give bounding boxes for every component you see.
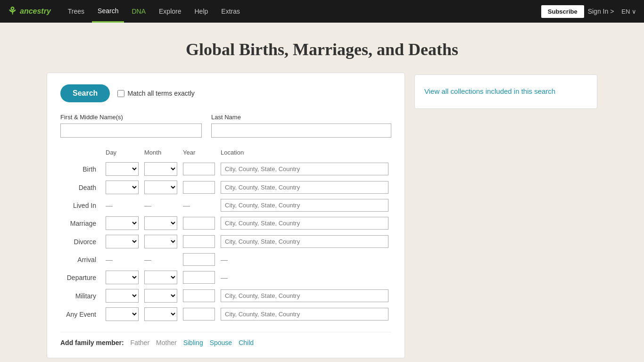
event-location-1[interactable]	[218, 178, 391, 197]
year-input-5[interactable]	[183, 253, 215, 266]
name-row: First & Middle Name(s) Last Name	[60, 114, 391, 138]
month-select-1[interactable]: JanFebMarAprMayJunJulAugSepOctNovDec	[144, 181, 177, 194]
event-year-0[interactable]	[180, 160, 218, 178]
month-select-0[interactable]: JanFebMarAprMayJunJulAugSepOctNovDec	[144, 162, 177, 176]
event-year-4[interactable]	[180, 232, 218, 251]
last-name-input[interactable]	[211, 123, 391, 138]
month-select-6[interactable]: JanFebMarAprMayJunJulAugSepOctNovDec	[144, 271, 177, 284]
search-button[interactable]: Search	[60, 84, 110, 102]
event-month-1[interactable]: JanFebMarAprMayJunJulAugSepOctNovDec	[141, 178, 180, 197]
event-label-4: Divorce	[60, 232, 103, 251]
event-month-3[interactable]: JanFebMarAprMayJunJulAugSepOctNovDec	[141, 214, 180, 232]
event-location-0[interactable]	[218, 160, 391, 178]
subscribe-button[interactable]: Subscribe	[541, 5, 584, 18]
logo[interactable]: ⚘ ancestry	[8, 5, 51, 17]
event-month-5: —	[141, 251, 180, 268]
nav-trees[interactable]: Trees	[62, 0, 90, 23]
event-day-4[interactable]: 1234567891011121314151617181920212223242…	[103, 232, 141, 251]
location-input-8[interactable]	[221, 308, 388, 321]
event-day-7[interactable]: 1234567891011121314151617181920212223242…	[103, 287, 141, 305]
month-select-7[interactable]: JanFebMarAprMayJunJulAugSepOctNovDec	[144, 289, 177, 303]
nav-dna[interactable]: DNA	[126, 0, 151, 23]
year-input-1[interactable]	[183, 181, 215, 194]
day-select-8[interactable]: 1234567891011121314151617181920212223242…	[106, 307, 139, 321]
day-select-6[interactable]: 1234567891011121314151617181920212223242…	[106, 271, 139, 284]
match-exact-label[interactable]: Match all terms exactly	[117, 90, 194, 97]
event-year-3[interactable]	[180, 214, 218, 232]
collections-link[interactable]: View all collections included in this se…	[424, 87, 555, 95]
event-row-arrival: Arrival———	[60, 251, 391, 268]
event-month-6[interactable]: JanFebMarAprMayJunJulAugSepOctNovDec	[141, 268, 180, 287]
year-input-8[interactable]	[183, 308, 215, 321]
event-day-1[interactable]: 1234567891011121314151617181920212223242…	[103, 178, 141, 197]
month-select-8[interactable]: JanFebMarAprMayJunJulAugSepOctNovDec	[144, 307, 177, 321]
event-month-0[interactable]: JanFebMarAprMayJunJulAugSepOctNovDec	[141, 160, 180, 178]
family-father[interactable]: Father	[131, 339, 149, 346]
nav-extras[interactable]: Extras	[215, 0, 246, 23]
event-row-divorce: Divorce123456789101112131415161718192021…	[60, 232, 391, 251]
event-year-5[interactable]	[180, 251, 218, 268]
event-year-1[interactable]	[180, 178, 218, 197]
day-select-3[interactable]: 1234567891011121314151617181920212223242…	[106, 216, 139, 230]
event-label-2: Lived In	[60, 197, 103, 214]
location-input-4[interactable]	[221, 235, 388, 248]
event-location-3[interactable]	[218, 214, 391, 232]
day-select-4[interactable]: 1234567891011121314151617181920212223242…	[106, 235, 139, 248]
search-form-panel: Search Match all terms exactly First & M…	[47, 73, 405, 358]
event-label-8: Any Event	[60, 305, 103, 323]
event-month-8[interactable]: JanFebMarAprMayJunJulAugSepOctNovDec	[141, 305, 180, 323]
event-year-8[interactable]	[180, 305, 218, 323]
family-mother[interactable]: Mother	[156, 339, 177, 346]
year-input-0[interactable]	[183, 163, 215, 175]
col-event	[60, 147, 103, 160]
event-location-2[interactable]	[218, 197, 391, 214]
col-year: Year	[180, 147, 218, 160]
collections-box: View all collections included in this se…	[414, 74, 597, 109]
event-location-8[interactable]	[218, 305, 391, 323]
year-input-3[interactable]	[183, 217, 215, 230]
nav-links: Trees Search DNA Explore Help Extras	[62, 0, 541, 23]
nav-search[interactable]: Search	[92, 0, 124, 23]
month-select-4[interactable]: JanFebMarAprMayJunJulAugSepOctNovDec	[144, 235, 177, 248]
year-input-6[interactable]	[183, 271, 215, 284]
event-day-8[interactable]: 1234567891011121314151617181920212223242…	[103, 305, 141, 323]
event-label-5: Arrival	[60, 251, 103, 268]
col-day: Day	[103, 147, 141, 160]
family-sibling[interactable]: Sibling	[183, 339, 203, 346]
event-row-military: Military12345678910111213141516171819202…	[60, 287, 391, 305]
location-input-1[interactable]	[221, 181, 388, 194]
signin-link[interactable]: Sign In >	[588, 8, 614, 15]
main-nav: ⚘ ancestry Trees Search DNA Explore Help…	[0, 0, 644, 23]
nav-help[interactable]: Help	[189, 0, 214, 23]
family-child[interactable]: Child	[239, 339, 254, 346]
event-month-4[interactable]: JanFebMarAprMayJunJulAugSepOctNovDec	[141, 232, 180, 251]
event-row-marriage: Marriage12345678910111213141516171819202…	[60, 214, 391, 232]
month-select-3[interactable]: JanFebMarAprMayJunJulAugSepOctNovDec	[144, 216, 177, 230]
day-select-0[interactable]: 1234567891011121314151617181920212223242…	[106, 162, 139, 176]
day-select-7[interactable]: 1234567891011121314151617181920212223242…	[106, 289, 139, 303]
event-location-7[interactable]	[218, 287, 391, 305]
family-spouse[interactable]: Spouse	[210, 339, 232, 346]
location-input-7[interactable]	[221, 289, 388, 302]
event-day-6[interactable]: 1234567891011121314151617181920212223242…	[103, 268, 141, 287]
year-input-7[interactable]	[183, 289, 215, 302]
day-select-1[interactable]: 1234567891011121314151617181920212223242…	[106, 181, 139, 194]
lang-selector[interactable]: EN ∨	[621, 8, 636, 15]
logo-icon: ⚘	[8, 5, 17, 17]
event-day-3[interactable]: 1234567891011121314151617181920212223242…	[103, 214, 141, 232]
event-year-7[interactable]	[180, 287, 218, 305]
location-input-2[interactable]	[221, 199, 388, 212]
first-name-input[interactable]	[60, 123, 202, 138]
event-day-0[interactable]: 1234567891011121314151617181920212223242…	[103, 160, 141, 178]
family-row: Add family member: Father Mother Sibling…	[60, 332, 391, 346]
event-month-2: —	[141, 197, 180, 214]
location-input-3[interactable]	[221, 217, 388, 230]
event-month-7[interactable]: JanFebMarAprMayJunJulAugSepOctNovDec	[141, 287, 180, 305]
nav-explore[interactable]: Explore	[153, 0, 187, 23]
event-year-6[interactable]	[180, 268, 218, 287]
location-input-0[interactable]	[221, 163, 388, 175]
year-input-4[interactable]	[183, 235, 215, 248]
match-exact-checkbox[interactable]	[117, 90, 124, 97]
logo-text: ancestry	[20, 7, 51, 16]
event-location-4[interactable]	[218, 232, 391, 251]
